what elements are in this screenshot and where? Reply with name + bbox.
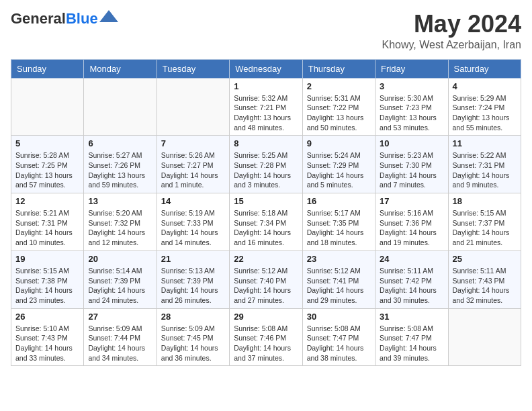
day-detail: Sunrise: 5:30 AMSunset: 7:23 PMDaylight:…	[380, 93, 443, 133]
day-detail: Sunrise: 5:10 AMSunset: 7:43 PMDaylight:…	[15, 324, 79, 363]
day-number: 19	[15, 254, 79, 264]
day-number: 30	[307, 312, 371, 322]
calendar-cell: 15Sunrise: 5:18 AMSunset: 7:34 PMDayligh…	[230, 193, 302, 251]
calendar-cell: 10Sunrise: 5:23 AMSunset: 7:30 PMDayligh…	[375, 136, 448, 193]
calendar-cell: 19Sunrise: 5:15 AMSunset: 7:38 PMDayligh…	[11, 250, 84, 308]
day-number: 20	[88, 254, 152, 264]
title-area: May 2024 Khowy, West Azerbaijan, Iran	[382, 11, 521, 51]
calendar-cell	[84, 78, 157, 136]
calendar-cell: 23Sunrise: 5:12 AMSunset: 7:41 PMDayligh…	[302, 250, 375, 308]
sub-title: Khowy, West Azerbaijan, Iran	[382, 39, 521, 51]
calendar-header-monday: Monday	[84, 59, 157, 78]
calendar-cell: 7Sunrise: 5:26 AMSunset: 7:27 PMDaylight…	[157, 136, 229, 193]
calendar-cell: 20Sunrise: 5:14 AMSunset: 7:39 PMDayligh…	[84, 250, 157, 308]
calendar-week-row: 5Sunrise: 5:28 AMSunset: 7:25 PMDaylight…	[11, 136, 521, 193]
day-number: 29	[234, 312, 298, 322]
day-detail: Sunrise: 5:11 AMSunset: 7:42 PMDaylight:…	[380, 266, 443, 306]
day-number: 25	[453, 254, 517, 264]
calendar-cell: 16Sunrise: 5:17 AMSunset: 7:35 PMDayligh…	[302, 193, 375, 251]
day-detail: Sunrise: 5:19 AMSunset: 7:33 PMDaylight:…	[161, 208, 225, 248]
day-number: 15	[234, 196, 298, 206]
day-detail: Sunrise: 5:24 AMSunset: 7:29 PMDaylight:…	[307, 150, 371, 190]
calendar-cell: 9Sunrise: 5:24 AMSunset: 7:29 PMDaylight…	[302, 136, 375, 193]
calendar-cell: 18Sunrise: 5:15 AMSunset: 7:37 PMDayligh…	[448, 193, 521, 251]
day-detail: Sunrise: 5:28 AMSunset: 7:25 PMDaylight:…	[15, 150, 79, 190]
calendar-cell: 29Sunrise: 5:08 AMSunset: 7:46 PMDayligh…	[230, 308, 302, 366]
day-detail: Sunrise: 5:17 AMSunset: 7:35 PMDaylight:…	[307, 208, 371, 248]
day-number: 8	[234, 138, 298, 148]
calendar-header-friday: Friday	[375, 59, 448, 78]
calendar-cell: 3Sunrise: 5:30 AMSunset: 7:23 PMDaylight…	[375, 78, 448, 136]
day-number: 18	[453, 196, 517, 206]
day-number: 9	[307, 138, 371, 148]
day-detail: Sunrise: 5:13 AMSunset: 7:39 PMDaylight:…	[161, 266, 225, 306]
calendar-table: SundayMondayTuesdayWednesdayThursdayFrid…	[11, 59, 521, 367]
calendar-week-row: 12Sunrise: 5:21 AMSunset: 7:31 PMDayligh…	[11, 193, 521, 251]
calendar-cell: 1Sunrise: 5:32 AMSunset: 7:21 PMDaylight…	[230, 78, 302, 136]
calendar-cell: 4Sunrise: 5:29 AMSunset: 7:24 PMDaylight…	[448, 78, 521, 136]
day-detail: Sunrise: 5:26 AMSunset: 7:27 PMDaylight:…	[161, 150, 225, 190]
day-detail: Sunrise: 5:08 AMSunset: 7:46 PMDaylight:…	[234, 324, 298, 363]
day-number: 17	[380, 196, 443, 206]
calendar-header-row: SundayMondayTuesdayWednesdayThursdayFrid…	[11, 59, 521, 78]
day-detail: Sunrise: 5:25 AMSunset: 7:28 PMDaylight:…	[234, 150, 298, 190]
day-number: 2	[307, 81, 371, 91]
day-number: 14	[161, 196, 225, 206]
calendar-cell: 24Sunrise: 5:11 AMSunset: 7:42 PMDayligh…	[375, 250, 448, 308]
day-detail: Sunrise: 5:15 AMSunset: 7:37 PMDaylight:…	[453, 208, 517, 248]
calendar-cell: 21Sunrise: 5:13 AMSunset: 7:39 PMDayligh…	[157, 250, 229, 308]
day-number: 28	[161, 312, 225, 322]
day-number: 27	[88, 312, 152, 322]
day-detail: Sunrise: 5:15 AMSunset: 7:38 PMDaylight:…	[15, 266, 79, 306]
header: GeneralBlue May 2024 Khowy, West Azerbai…	[11, 11, 521, 51]
calendar-cell: 22Sunrise: 5:12 AMSunset: 7:40 PMDayligh…	[230, 250, 302, 308]
calendar-header-wednesday: Wednesday	[230, 59, 302, 78]
day-number: 12	[15, 196, 79, 206]
calendar-cell: 30Sunrise: 5:08 AMSunset: 7:47 PMDayligh…	[302, 308, 375, 366]
logo: GeneralBlue	[11, 11, 118, 27]
day-number: 26	[15, 312, 79, 322]
calendar-cell: 5Sunrise: 5:28 AMSunset: 7:25 PMDaylight…	[11, 136, 84, 193]
logo-blue: Blue	[66, 10, 98, 27]
day-detail: Sunrise: 5:29 AMSunset: 7:24 PMDaylight:…	[453, 93, 517, 133]
day-number: 4	[453, 81, 517, 91]
calendar-cell	[157, 78, 229, 136]
calendar-week-row: 26Sunrise: 5:10 AMSunset: 7:43 PMDayligh…	[11, 308, 521, 366]
calendar-cell: 2Sunrise: 5:31 AMSunset: 7:22 PMDaylight…	[302, 78, 375, 136]
calendar-header-tuesday: Tuesday	[157, 59, 229, 78]
day-detail: Sunrise: 5:08 AMSunset: 7:47 PMDaylight:…	[307, 324, 371, 363]
day-detail: Sunrise: 5:20 AMSunset: 7:32 PMDaylight:…	[88, 208, 152, 248]
logo-general: General	[11, 10, 66, 27]
logo-text: GeneralBlue	[11, 11, 98, 27]
calendar-cell: 13Sunrise: 5:20 AMSunset: 7:32 PMDayligh…	[84, 193, 157, 251]
day-detail: Sunrise: 5:12 AMSunset: 7:40 PMDaylight:…	[234, 266, 298, 306]
day-detail: Sunrise: 5:21 AMSunset: 7:31 PMDaylight:…	[15, 208, 79, 248]
day-number: 23	[307, 254, 371, 264]
day-detail: Sunrise: 5:09 AMSunset: 7:45 PMDaylight:…	[161, 324, 225, 363]
day-number: 21	[161, 254, 225, 264]
calendar-header-saturday: Saturday	[448, 59, 521, 78]
calendar-cell: 25Sunrise: 5:11 AMSunset: 7:43 PMDayligh…	[448, 250, 521, 308]
calendar-cell: 26Sunrise: 5:10 AMSunset: 7:43 PMDayligh…	[11, 308, 84, 366]
day-number: 6	[88, 138, 152, 148]
day-detail: Sunrise: 5:27 AMSunset: 7:26 PMDaylight:…	[88, 150, 152, 190]
calendar-cell: 31Sunrise: 5:08 AMSunset: 7:47 PMDayligh…	[375, 308, 448, 366]
day-detail: Sunrise: 5:09 AMSunset: 7:44 PMDaylight:…	[88, 324, 152, 363]
day-detail: Sunrise: 5:32 AMSunset: 7:21 PMDaylight:…	[234, 93, 298, 133]
day-detail: Sunrise: 5:14 AMSunset: 7:39 PMDaylight:…	[88, 266, 152, 306]
day-number: 7	[161, 138, 225, 148]
calendar-header-sunday: Sunday	[11, 59, 84, 78]
day-number: 24	[380, 254, 443, 264]
main-title: May 2024	[382, 11, 521, 38]
calendar-header-thursday: Thursday	[302, 59, 375, 78]
svg-marker-0	[99, 10, 118, 22]
day-detail: Sunrise: 5:22 AMSunset: 7:31 PMDaylight:…	[453, 150, 517, 190]
calendar-cell: 12Sunrise: 5:21 AMSunset: 7:31 PMDayligh…	[11, 193, 84, 251]
calendar-cell	[448, 308, 521, 366]
calendar-cell: 17Sunrise: 5:16 AMSunset: 7:36 PMDayligh…	[375, 193, 448, 251]
day-detail: Sunrise: 5:08 AMSunset: 7:47 PMDaylight:…	[380, 324, 443, 363]
day-detail: Sunrise: 5:31 AMSunset: 7:22 PMDaylight:…	[307, 93, 371, 133]
day-number: 22	[234, 254, 298, 264]
calendar-cell: 11Sunrise: 5:22 AMSunset: 7:31 PMDayligh…	[448, 136, 521, 193]
day-detail: Sunrise: 5:23 AMSunset: 7:30 PMDaylight:…	[380, 150, 443, 190]
